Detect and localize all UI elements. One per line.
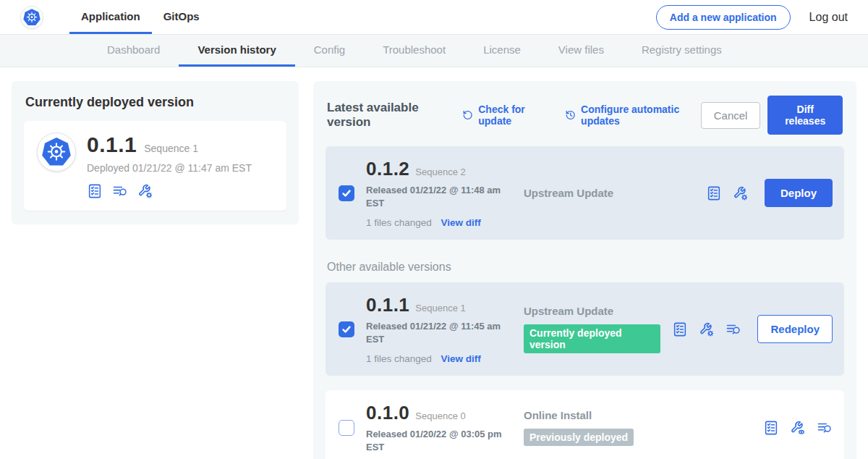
version-row: 0.1.0 Sequence 0 Released 01/20/22 @ 03:…	[326, 390, 844, 459]
tab-application[interactable]: Application	[69, 0, 152, 34]
view-diff-link[interactable]: View diff	[441, 217, 481, 228]
files-changed-label: 1 files changed	[366, 353, 432, 364]
version-history-page: Currently deployed version 0.1.1 Sequenc…	[0, 67, 868, 459]
logout-link[interactable]: Log out	[809, 11, 848, 24]
view-files-search-icon[interactable]	[726, 321, 741, 337]
add-new-application-button[interactable]: Add a new application	[656, 5, 791, 30]
version-select-checkbox[interactable]	[339, 420, 354, 436]
deployed-sequence-label: Sequence 1	[144, 143, 198, 154]
view-diff-link[interactable]: View diff	[441, 353, 481, 364]
view-config-wrench-eye-icon[interactable]	[790, 420, 806, 436]
released-timestamp: Released 01/21/22 @ 11:45 am EST	[366, 320, 511, 345]
tab-registry-settings[interactable]: Registry settings	[623, 35, 741, 67]
version-source-label: Online Install	[524, 409, 752, 421]
deployed-version-card: 0.1.1 Sequence 1 Deployed 01/21/22 @ 11:…	[24, 121, 286, 211]
refresh-icon	[462, 109, 473, 122]
edit-config-wrench-gear-icon[interactable]	[699, 321, 715, 337]
version-source-label: Upstream Update	[524, 305, 660, 317]
configure-updates-label: Configure automatic updates	[581, 104, 701, 127]
tab-application-label: Application	[81, 10, 140, 22]
kubernetes-app-icon	[37, 132, 76, 172]
deployed-timestamp: Deployed 01/21/22 @ 11:47 am EST	[87, 162, 252, 174]
currently-deployed-title: Currently deployed version	[25, 95, 286, 110]
sequence-label: Sequence 2	[415, 167, 465, 177]
released-timestamp: Released 01/20/22 @ 03:05 pm EST	[366, 428, 511, 453]
tab-troubleshoot[interactable]: Troubleshoot	[364, 35, 464, 67]
version-select-checkbox[interactable]	[339, 321, 354, 337]
files-changed-label: 1 files changed	[366, 217, 432, 228]
deployed-version-number: 0.1.1	[87, 132, 137, 157]
cancel-button[interactable]: Cancel	[701, 102, 761, 129]
release-notes-icon[interactable]	[763, 420, 779, 436]
edit-config-wrench-gear-icon[interactable]	[137, 183, 153, 199]
sequence-label: Sequence 0	[415, 410, 465, 421]
release-notes-icon[interactable]	[706, 185, 722, 201]
sequence-label: Sequence 1	[415, 303, 465, 313]
tab-gitops[interactable]: GitOps	[152, 0, 211, 34]
tab-view-files[interactable]: View files	[540, 35, 623, 67]
redeploy-button[interactable]: Redeploy	[757, 315, 833, 343]
edit-config-wrench-gear-icon[interactable]	[733, 185, 749, 201]
view-files-search-icon[interactable]	[817, 420, 833, 436]
version-row: 0.1.2 Sequence 2 Released 01/21/22 @ 11:…	[326, 146, 844, 240]
previously-deployed-badge: Previously deployed	[524, 429, 634, 446]
tab-version-history[interactable]: Version history	[179, 35, 294, 67]
currently-deployed-badge: Currently deployed version	[524, 324, 660, 353]
released-timestamp: Released 01/21/22 @ 11:48 am EST	[366, 184, 511, 209]
tab-gitops-label: GitOps	[163, 10, 200, 22]
deploy-button[interactable]: Deploy	[765, 179, 833, 207]
diff-releases-button[interactable]: Diff releases	[767, 96, 843, 135]
top-navbar: Application GitOps Add a new application…	[0, 0, 868, 35]
configure-automatic-updates-link[interactable]: Configure automatic updates	[565, 104, 701, 127]
view-files-search-icon[interactable]	[112, 183, 128, 199]
kubernetes-logo-icon	[20, 6, 43, 29]
check-for-update-label: Check for update	[478, 104, 548, 127]
version-source-label: Upstream Update	[524, 187, 694, 199]
check-for-update-link[interactable]: Check for update	[462, 104, 549, 127]
currently-deployed-panel: Currently deployed version 0.1.1 Sequenc…	[12, 81, 299, 224]
version-number: 0.1.0	[366, 402, 409, 424]
app-brand	[20, 0, 43, 34]
tab-license[interactable]: License	[464, 35, 540, 67]
tab-dashboard[interactable]: Dashboard	[88, 35, 179, 67]
available-versions-panel: Latest available version Check for updat…	[313, 81, 856, 459]
release-notes-icon[interactable]	[672, 321, 688, 337]
version-row: 0.1.1 Sequence 1 Released 01/21/22 @ 11:…	[326, 282, 844, 376]
version-number: 0.1.2	[366, 158, 409, 180]
latest-available-title: Latest available version	[327, 101, 446, 130]
version-select-checkbox[interactable]	[339, 185, 354, 201]
app-subnav: Dashboard Version history Config Trouble…	[0, 35, 868, 67]
release-notes-icon[interactable]	[87, 183, 103, 199]
other-available-versions-title: Other available versions	[327, 261, 843, 274]
history-clock-icon	[565, 109, 576, 122]
version-number: 0.1.1	[366, 294, 409, 316]
tab-config[interactable]: Config	[295, 35, 364, 67]
